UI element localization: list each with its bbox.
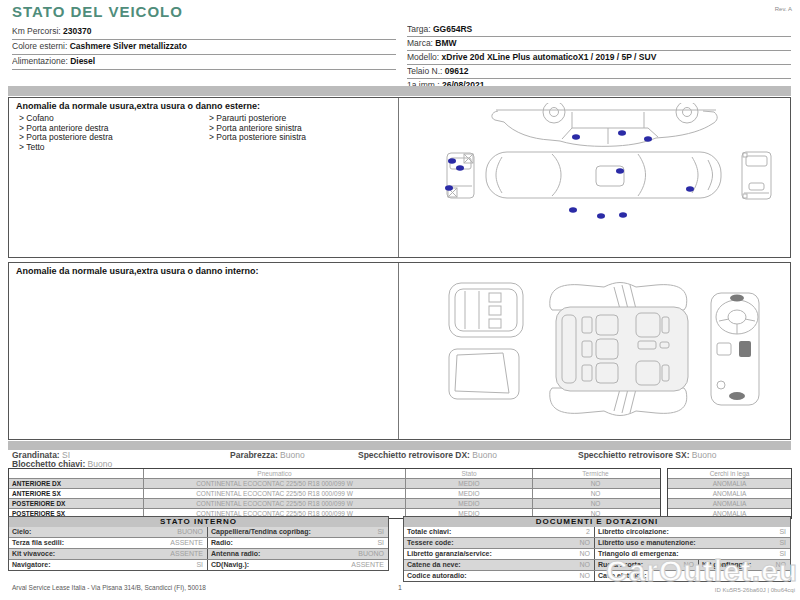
documenti-table: Totale chiavi: 2 Libretto circolazione: … (403, 527, 791, 582)
damage-marker (445, 185, 453, 191)
dashboard-view (711, 293, 759, 405)
field-targa: Targa: GG654RS (407, 23, 791, 37)
interior-anomalies-box: Anomalie da normale usura,extra usura o … (8, 262, 791, 440)
field-colore-esterni: Colore esterni: Cashmere Silver metalliz… (12, 40, 396, 55)
table-row: Totale chiavi: 2 Libretto circolazione: … (404, 527, 790, 537)
table-row: Tessere code: NO Libretto uso e manutenz… (404, 537, 790, 548)
alloy-row: ANOMALIA (668, 478, 791, 488)
damage-marker (569, 207, 577, 213)
footer-company-address: Arval Service Lease Italia - Via Pisana … (12, 584, 206, 591)
trunk-view (449, 283, 523, 337)
table-row: Navigatore: SI CD(Navig.): ASSENTE (9, 559, 388, 570)
damage-marker (572, 134, 580, 140)
exterior-anomalies-list-col1: > Cofano > Porta anteriore destra > Port… (19, 114, 113, 152)
table-row: Kit vivavoce: ASSENTE Antenna radio: BUO… (9, 548, 388, 559)
table-row: Codice autoradio: NO Cavo elettrico: (404, 570, 790, 581)
column-header-termiche: Termiche (532, 469, 658, 478)
alloy-wheels-table: Cerchi in lega ANOMALIA ANOMALIA ANOMALI… (667, 468, 792, 519)
damage-marker (616, 168, 624, 174)
cabin-plan-view (550, 283, 688, 416)
column-header-cerchi: Cerchi in lega (668, 469, 791, 478)
tire-row: ANTERIORE DX CONTINENTAL ECOCONTAC 225/5… (9, 478, 660, 488)
column-header-pneumatico: Pneumatico (143, 469, 405, 478)
field-telaio: Telaio N.: 09612 (407, 65, 791, 79)
field-marca: Marca: BMW (407, 37, 791, 51)
column-header-stato: Stato (405, 469, 532, 478)
damage-marker (618, 130, 626, 136)
interior-anomalies-heading: Anomalie da normale usura,extra usura o … (16, 266, 259, 276)
tire-table-header: Pneumatico Stato Termiche (9, 469, 660, 478)
damage-marker (644, 136, 652, 142)
exterior-anomalies-list-col2: > Paraurti posteriore > Porta anteriore … (209, 114, 306, 143)
alloy-row: ANOMALIA (668, 498, 791, 508)
summary-specchietto-dx: Specchietto retrovisore DX: Buono (358, 450, 497, 460)
damage-marker (456, 165, 464, 171)
stato-interno-table: Cielo: BUONO Cappelliera/Tendina copriba… (8, 527, 389, 571)
table-row: Cielo: BUONO Cappelliera/Tendina copriba… (9, 527, 388, 537)
car-front-view (742, 152, 771, 199)
box-divider-line (398, 263, 399, 439)
revision-label: Rev. A (775, 6, 792, 12)
field-km-percorsi: Km Percorsi: 230370 (12, 25, 396, 40)
anomaly-item: > Porta posteriore sinistra (209, 133, 306, 143)
section-separator-bar (8, 441, 791, 450)
tire-table: Pneumatico Stato Termiche ANTERIORE DX C… (8, 468, 661, 519)
section-separator-bar (8, 86, 791, 96)
footer-document-id: ID Ku5R5-26ba60J | 0bu64cqi (715, 587, 795, 593)
summary-specchietto-sx: Specchietto retrovisore SX: Buono (578, 450, 716, 460)
table-row: Terza fila sedili: ASSENTE Radio: SI (9, 537, 388, 548)
anomaly-item: > Tetto (19, 143, 113, 153)
exterior-anomalies-heading: Anomalie da normale usura,extra usura o … (16, 101, 260, 111)
table-row: Libretto garanzia/service: NO Triangolo … (404, 548, 790, 559)
damage-marker (448, 158, 456, 164)
summary-parabrezza: Parabrezza: Buono (230, 450, 305, 460)
damage-marker (597, 213, 605, 219)
page-title: STATO DEL VEICOLO (12, 3, 183, 20)
vehicle-condition-report-page: STATO DEL VEICOLO Rev. A Km Percorsi: 23… (0, 0, 800, 600)
car-plan-view (486, 152, 721, 198)
box-divider-line (398, 98, 399, 257)
vehicle-fields-left: Km Percorsi: 230370 Colore esterni: Cash… (12, 25, 396, 70)
interior-diagram (441, 279, 776, 419)
exterior-damage-diagram (441, 103, 776, 253)
alloy-row: ANOMALIA (668, 488, 791, 498)
damage-marker (686, 186, 694, 192)
table-row: Catene da neve: NO Ruota scorta: NO Kit … (404, 559, 790, 570)
vehicle-fields-right: Targa: GG654RS Marca: BMW Modello: xDriv… (407, 23, 791, 93)
damage-marker (619, 212, 627, 218)
tailgate-view (449, 349, 519, 399)
tire-row: POSTERIORE DX CONTINENTAL ECOCONTAC 225/… (9, 498, 660, 508)
tire-row: ANTERIORE SX CONTINENTAL ECOCONTAC 225/5… (9, 488, 660, 498)
footer-page-number: 1 (398, 584, 402, 591)
field-modello: Modello: xDrive 20d XLine Plus automatic… (407, 51, 791, 65)
field-alimentazione: Alimentazione: Diesel (12, 55, 396, 70)
exterior-anomalies-box: Anomalie da normale usura,extra usura o … (8, 97, 791, 258)
